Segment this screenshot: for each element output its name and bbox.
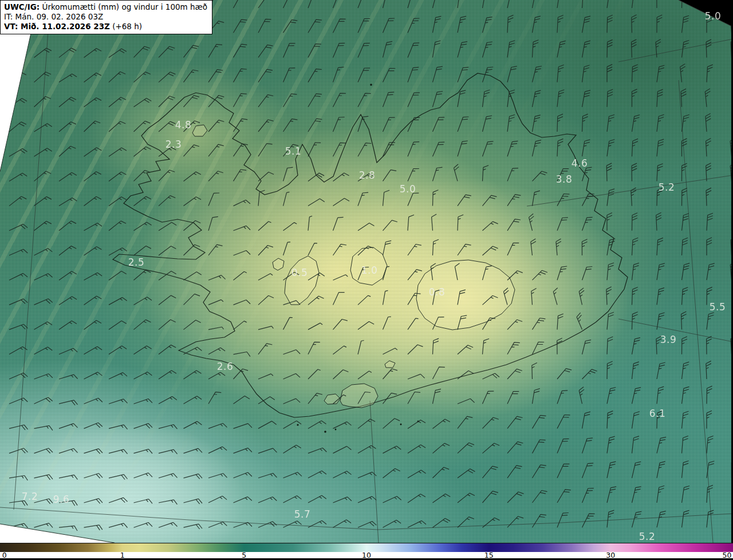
wind-barb	[34, 475, 53, 480]
wind-barb	[258, 421, 277, 428]
wind-barb	[283, 223, 297, 231]
wind-barb	[383, 348, 397, 354]
wind-barb	[483, 417, 499, 428]
wind-barb	[632, 487, 641, 503]
wind-barb	[134, 449, 153, 453]
wind-barb	[184, 244, 200, 255]
wind-barb	[458, 67, 468, 82]
wind-barb	[706, 113, 711, 132]
wind-barb	[358, 223, 375, 230]
wind-barb	[9, 249, 27, 255]
wind-barb	[134, 270, 151, 281]
wind-barb	[234, 424, 253, 429]
wind-barb	[483, 466, 498, 478]
wind-barb	[109, 197, 127, 206]
wind-barb	[234, 472, 252, 478]
precip-value-label: 6.1	[649, 408, 666, 419]
wind-barb	[159, 72, 175, 82]
wind-barb	[458, 371, 474, 380]
wind-barb	[208, 144, 224, 156]
wind-barb	[34, 523, 53, 528]
wind-barb	[632, 115, 640, 132]
wind-barb	[433, 367, 445, 379]
wind-barb	[557, 218, 568, 231]
wind-barb	[308, 19, 322, 33]
wind-barb	[408, 0, 418, 8]
wind-barb	[682, 461, 689, 478]
wind-barb	[458, 0, 465, 8]
wind-barb	[308, 296, 324, 305]
wind-barb	[234, 300, 251, 305]
wind-barb	[579, 288, 584, 305]
wind-barb	[483, 165, 489, 182]
wind-barb	[408, 392, 420, 404]
wind-barb	[632, 263, 639, 280]
wind-barb	[657, 511, 666, 528]
wind-barb	[632, 388, 641, 404]
wind-barb	[9, 299, 27, 305]
wind-barb	[134, 346, 152, 354]
wind-barb	[507, 141, 518, 156]
wind-barb	[34, 48, 52, 57]
wind-barb	[109, 498, 128, 503]
wind-barb	[134, 523, 153, 528]
wind-barb	[134, 424, 153, 429]
wind-barb	[59, 424, 78, 429]
wind-barb	[283, 350, 301, 354]
wind-barb	[607, 64, 612, 82]
wind-barb	[408, 270, 422, 281]
wind-barb	[59, 321, 77, 329]
wind-barb	[432, 214, 437, 231]
wind-barb	[632, 338, 641, 354]
wind-barb	[507, 492, 524, 503]
wind-barb	[308, 495, 326, 503]
wind-barb	[408, 445, 425, 453]
wind-barb	[234, 144, 248, 156]
wind-barb	[582, 463, 594, 478]
wind-barb	[333, 93, 346, 107]
wind-barb	[283, 399, 301, 404]
wind-barb	[557, 314, 563, 330]
wind-barb	[507, 466, 522, 478]
wind-barb	[458, 215, 463, 231]
wind-barb	[582, 267, 593, 281]
wind-barb	[533, 491, 547, 503]
wind-barb	[184, 421, 202, 429]
wind-barb	[109, 221, 126, 231]
wind-barb	[507, 195, 521, 206]
wind-barb	[383, 446, 401, 453]
wind-barb	[34, 299, 53, 305]
wind-barb	[59, 48, 76, 58]
wind-barb	[557, 464, 569, 478]
wind-barb	[34, 374, 53, 379]
wind-barb	[682, 15, 689, 33]
wind-barb	[657, 0, 662, 8]
wind-barb	[109, 475, 128, 480]
wind-barb	[59, 97, 76, 107]
wind-barb	[408, 470, 426, 478]
wind-barb	[458, 443, 474, 453]
wind-barb	[84, 172, 101, 182]
wind-barb	[283, 68, 295, 82]
wind-barb	[682, 436, 689, 453]
wind-barb	[308, 216, 312, 231]
wind-barb	[358, 192, 368, 206]
wind-barb	[208, 44, 222, 57]
wind-barb	[333, 497, 352, 503]
wind-barb	[383, 468, 400, 478]
wind-barb	[507, 115, 515, 132]
wind-barb	[582, 65, 590, 82]
wind-barb	[59, 348, 77, 354]
wind-barb	[109, 523, 128, 528]
wind-barb	[383, 117, 395, 132]
wind-barb	[184, 197, 202, 206]
wind-barb	[258, 374, 273, 379]
wind-barb	[657, 437, 666, 453]
wind-barb	[682, 238, 688, 255]
wind-barb	[258, 497, 277, 503]
wind-barb	[458, 141, 468, 156]
wind-barb	[234, 352, 250, 357]
wind-barb	[234, 448, 252, 453]
wind-barb	[333, 67, 344, 82]
wind-barb	[184, 347, 202, 354]
